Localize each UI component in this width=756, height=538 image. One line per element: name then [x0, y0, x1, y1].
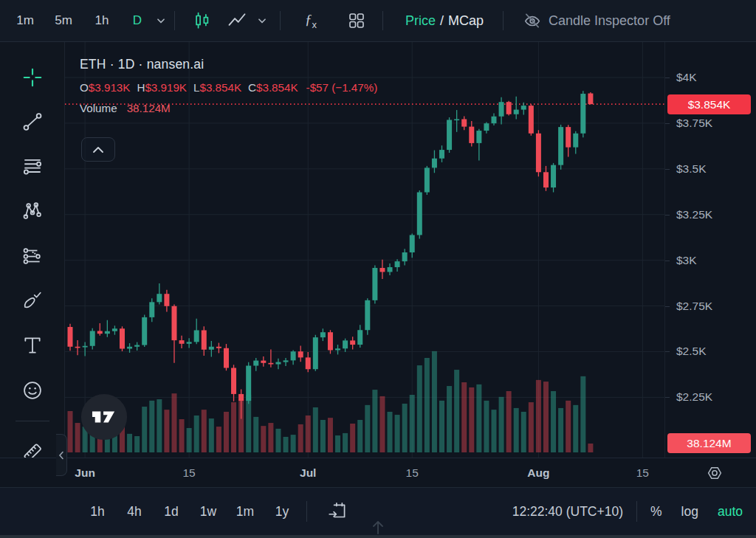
sidebar-collapse-tab[interactable] — [56, 434, 67, 476]
timeframe-1h-button[interactable]: 1h — [86, 6, 118, 35]
volume-bar — [484, 401, 489, 452]
tool-text[interactable] — [15, 328, 50, 363]
price-mcap-toggle[interactable]: Price / MCap — [405, 6, 484, 35]
candle — [253, 361, 258, 366]
tool-horizontal-lines[interactable] — [15, 149, 50, 184]
candle — [580, 94, 585, 134]
tool-emoji[interactable] — [15, 373, 50, 408]
volume-bar — [543, 382, 549, 452]
indicators-button[interactable]: ƒx — [292, 6, 329, 35]
text-icon — [21, 334, 44, 356]
tool-xabcd-pattern[interactable] — [15, 193, 50, 229]
xabcd-pattern-icon — [21, 200, 44, 222]
candle — [328, 332, 333, 350]
tool-crosshair[interactable] — [15, 60, 50, 95]
timeframe-active-d-button[interactable]: D — [124, 6, 151, 35]
candle — [142, 317, 147, 345]
sidebar-divider — [16, 421, 49, 421]
candle — [306, 357, 311, 369]
candle — [335, 348, 340, 350]
range-1y-button[interactable]: 1y — [269, 497, 295, 526]
range-1w-button[interactable]: 1w — [196, 497, 221, 526]
projection-icon — [21, 245, 44, 267]
bottom-edge-strip — [0, 535, 756, 538]
timeframe-dropdown-chevron[interactable] — [152, 6, 170, 35]
candle — [202, 330, 207, 349]
price-tick-label: $3.75K — [676, 116, 712, 131]
candle — [432, 159, 437, 168]
candles-layer — [68, 91, 594, 418]
volume-bar — [506, 391, 512, 452]
price-axis[interactable]: $3.854K 38.124M $4K$3.75K$3.5K$3.25K$3K$… — [664, 42, 756, 458]
range-1h-button[interactable]: 1h — [85, 497, 110, 526]
time-axis[interactable]: Jun15Jul15Aug15 — [0, 458, 756, 487]
candle-inspector-toggle[interactable]: Candle Inspector Off — [523, 6, 670, 35]
volume-bars — [68, 351, 594, 452]
candle — [529, 106, 534, 134]
volume-bar — [529, 402, 534, 452]
candle — [454, 119, 459, 120]
volume-bar — [461, 382, 467, 452]
candle — [588, 94, 593, 105]
candlestick-style-button[interactable] — [184, 6, 221, 35]
volume-bar — [476, 384, 481, 452]
candle — [68, 327, 73, 347]
volume-bar — [514, 408, 519, 452]
timeframe-5m-button[interactable]: 5m — [47, 6, 80, 35]
volume-bar — [164, 410, 169, 452]
time-tick-label: 15 — [182, 458, 195, 488]
timeframe-1m-button[interactable]: 1m — [9, 6, 41, 35]
line-style-button[interactable] — [221, 6, 253, 35]
toolbar-separator — [382, 11, 383, 30]
price-tick-mark — [665, 77, 670, 78]
volume-bar — [134, 436, 140, 452]
tool-brush[interactable] — [15, 283, 50, 319]
top-toolbar: 1m 5m 1h D ƒx Price / MCap — [0, 0, 756, 42]
candle — [372, 268, 377, 300]
range-1d-button[interactable]: 1d — [159, 497, 184, 526]
volume-bar — [499, 397, 504, 452]
candle — [543, 172, 549, 187]
goto-date-button[interactable] — [325, 497, 351, 526]
tool-projection[interactable] — [15, 238, 50, 274]
range-1m-button[interactable]: 1m — [233, 497, 258, 526]
volume-bar — [209, 418, 214, 452]
log-scale-button[interactable]: log — [681, 497, 698, 526]
volume-bar — [350, 424, 355, 452]
slash-separator: / — [440, 13, 444, 29]
scale-controls: % log auto — [650, 497, 743, 526]
time-tick-label: 15 — [636, 458, 649, 488]
price-tick-mark — [665, 261, 670, 261]
layout-button[interactable] — [338, 6, 375, 35]
candle — [194, 330, 199, 342]
candle — [469, 127, 474, 143]
volume-bar — [224, 412, 229, 452]
candle — [284, 360, 289, 362]
candle — [491, 117, 496, 123]
volume-bar — [328, 418, 333, 452]
candle — [313, 337, 318, 369]
candle — [112, 328, 117, 331]
volume-bar — [179, 419, 185, 452]
percent-scale-button[interactable]: % — [650, 497, 662, 526]
volume-bar — [447, 386, 452, 452]
clock-timezone-button[interactable]: 12:22:40 (UTC+10) — [512, 497, 623, 526]
auto-scale-button[interactable]: auto — [718, 497, 743, 526]
range-4h-button[interactable]: 4h — [122, 497, 147, 526]
legend-collapse-button[interactable] — [81, 137, 115, 162]
tradingview-watermark[interactable] — [80, 393, 128, 441]
candle — [320, 332, 326, 337]
toolbar-separator — [636, 501, 637, 522]
candle — [157, 294, 162, 302]
volume-bar — [68, 411, 73, 452]
price-chart[interactable] — [65, 42, 664, 458]
axis-settings-button[interactable] — [704, 463, 725, 483]
volume-bar — [187, 428, 192, 452]
volume-bar — [216, 427, 221, 452]
candle — [379, 268, 385, 272]
candle — [461, 119, 467, 126]
volume-bar — [157, 399, 162, 452]
candle — [97, 331, 103, 334]
tool-trend-line[interactable] — [15, 104, 50, 139]
chart-style-dropdown-chevron[interactable] — [253, 6, 271, 35]
